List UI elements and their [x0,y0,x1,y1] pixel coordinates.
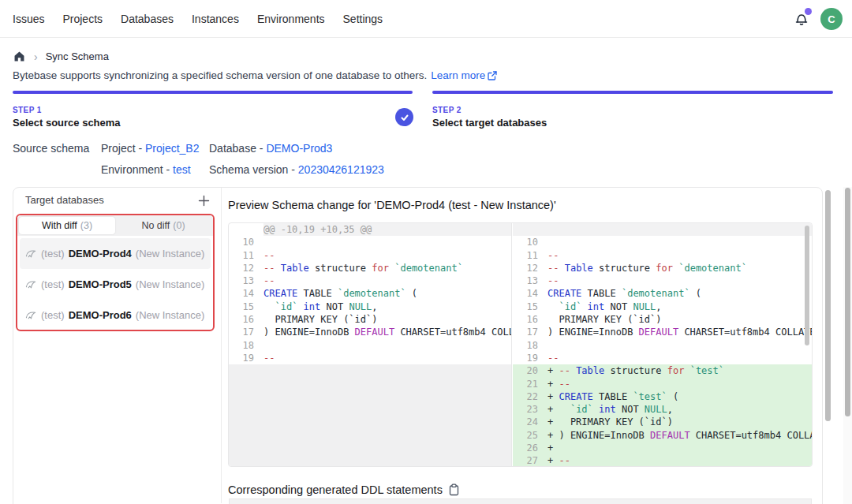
tab-no-diff[interactable]: No diff (0) [115,217,211,234]
diff-row: 17) ENGINE=InnoDB DEFAULT CHARSET=utf8mb… [513,326,812,338]
code-line: + -- [547,378,812,390]
step1-complete-check-icon [395,108,413,126]
schema-version-label: Schema version - [209,163,298,176]
code-line: -- [263,274,511,287]
line-number: 17 [229,326,263,338]
code-line: ) ENGINE=InnoDB DEFAULT CHARSET=utf8mb4 … [547,326,812,338]
diff-row: 19-- [513,352,812,364]
code-line: CREATE TABLE `demotenant` ( [547,287,812,300]
nav-item-settings[interactable]: Settings [343,13,383,25]
editor-scrollbar[interactable] [805,226,809,345]
step1-progress-bar [13,91,413,94]
project-label: Project - [101,142,145,155]
line-number: 10 [229,236,263,248]
chevron-right-icon: › [34,51,38,62]
list-item-demo-prod6[interactable]: (test) DEMO-Prod6 (New Instance) [20,300,211,330]
main-nav: Issues Projects Databases Instances Envi… [13,0,383,38]
source-environment-field: Environment - test [101,163,191,176]
column-divider [221,188,222,503]
diff-row: 15 `id` int NOT NULL, [513,301,812,313]
code-line: -- Table structure for `demotenant` [263,262,511,274]
user-avatar[interactable]: C [820,8,843,30]
home-icon[interactable] [13,50,26,63]
line-number: 27 [513,454,547,466]
nav-item-environments[interactable]: Environments [257,13,325,25]
target-databases-panel: With diff (3) No diff (0) (test) DEMO-Pr… [16,214,215,331]
line-number: 12 [229,262,263,274]
code-line: -- [547,274,812,287]
nav-item-databases[interactable]: Databases [121,13,174,25]
intro-description: Bytebase supports synchronizing a specif… [13,69,427,81]
code-line: `id` int NOT NULL, [263,301,511,313]
line-number: 23 [513,403,547,416]
line-number: 22 [513,390,547,403]
line-number: 24 [513,416,547,428]
line-number: 13 [229,274,263,287]
db-env-label: (test) [41,248,65,259]
nav-item-issues[interactable]: Issues [13,13,44,25]
code-line: + PRIMARY KEY (`id`) [547,416,812,428]
source-project-field: Project - Project_B2 [101,142,200,155]
diff-row: 22+ CREATE TABLE `test` ( [513,390,812,403]
diff-pane-original: @@ -10,19 +10,35 @@1011--12-- Table stru… [229,223,512,466]
diff-row [513,223,812,236]
diff-row: 20+ -- Table structure for `test` [513,364,812,377]
learn-more-link[interactable]: Learn more [431,69,497,81]
code-line: + CREATE TABLE `test` ( [547,390,812,403]
tab-no-diff-label: No diff [141,220,170,231]
nav-item-instances[interactable]: Instances [192,13,239,25]
external-link-icon [488,71,497,80]
nav-item-projects[interactable]: Projects [62,13,103,25]
line-number: 26 [513,442,547,454]
window-scrollbar[interactable] [845,188,850,416]
code-line [547,236,812,248]
list-item-demo-prod5[interactable]: (test) DEMO-Prod5 (New Instance) [20,269,211,300]
db-name-label: DEMO-Prod6 [69,309,132,321]
source-schema-label: Source schema [13,142,89,155]
code-line: -- [263,249,511,262]
code-line: @@ -10,19 +10,35 @@ [263,223,511,236]
mysql-dolphin-icon [25,278,37,290]
diff-row: 27+ -- [513,454,812,466]
schema-diff-editor: @@ -10,19 +10,35 @@1011--12-- Table stru… [228,222,813,467]
line-number: 16 [229,313,263,326]
schema-version-link[interactable]: 20230426121923 [298,163,384,176]
clipboard-icon [448,483,460,496]
add-target-database-button[interactable] [195,192,212,209]
diff-row: 18 [229,339,511,352]
diff-row: 12-- Table structure for `demotenant` [513,262,812,274]
code-line [263,236,511,248]
line-number: 19 [513,352,547,364]
target-databases-title: Target databases [25,194,104,206]
list-item-demo-prod4[interactable]: (test) DEMO-Prod4 (New Instance) [20,238,211,269]
line-number: 16 [513,313,547,326]
card-scrollbar[interactable] [825,190,831,421]
diff-row: 14CREATE TABLE `demotenant` ( [229,287,511,300]
code-line [547,339,812,352]
project-link[interactable]: Project_B2 [145,142,199,155]
diff-row: 10 [513,236,812,248]
db-name-label: DEMO-Prod4 [69,248,132,259]
tab-with-diff-label: With diff [42,220,77,231]
diff-row: 14CREATE TABLE `demotenant` ( [513,287,812,300]
environment-link[interactable]: test [173,163,191,176]
line-number: 14 [229,287,263,300]
step1-kicker: STEP 1 [13,106,42,114]
source-version-field: Schema version - 20230426121923 [209,163,384,176]
ddl-editor-top-edge [229,498,812,504]
line-number: 11 [513,249,547,262]
tab-with-diff[interactable]: With diff (3) [19,217,115,234]
diff-row: 13-- [513,274,812,287]
code-line: + -- Table structure for `test` [547,364,812,377]
diff-row: 24+ PRIMARY KEY (`id`) [513,416,812,428]
sync-schema-page: Issues Projects Databases Instances Envi… [0,0,852,504]
diff-row: 23+ `id` int NOT NULL, [513,403,812,416]
ddl-statements-title: Corresponding generated DDL statements [228,483,460,496]
database-link[interactable]: DEMO-Prod3 [266,142,332,155]
code-line: -- [547,352,812,364]
copy-ddl-button[interactable] [448,483,460,496]
diff-row: 16 PRIMARY KEY (`id`) [513,313,812,326]
notification-bell-icon[interactable] [793,10,810,28]
db-name-label: DEMO-Prod5 [69,278,132,290]
line-number: 20 [513,364,547,377]
